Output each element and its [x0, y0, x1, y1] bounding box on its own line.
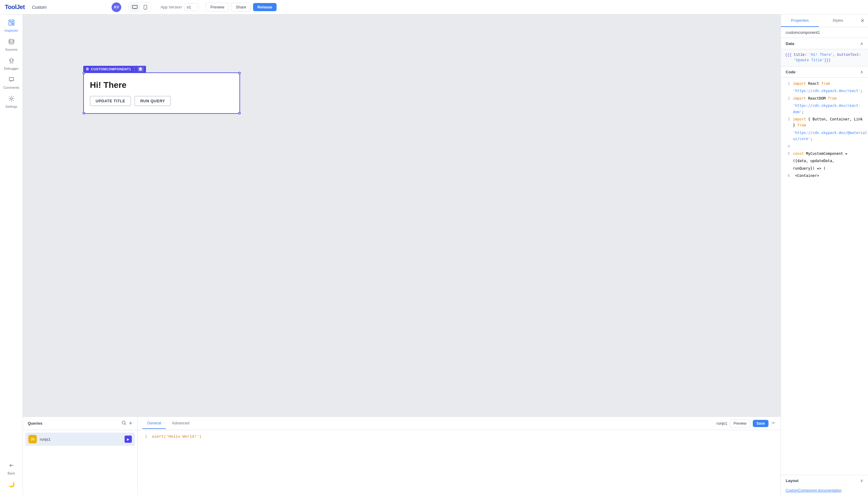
release-button[interactable]: Release: [253, 3, 276, 11]
code-content-5: const MyCustomComponent =: [793, 151, 848, 157]
resize-handle-bl[interactable]: [83, 112, 85, 114]
back-icon: [8, 462, 15, 470]
query-run-button[interactable]: ▶: [125, 436, 132, 443]
component-wrapper: ⚙ CUSTOMCOMPONENT1 🗑 Hi! There UPDATE TI…: [83, 66, 240, 114]
line-num-blank: [786, 88, 790, 94]
run-query-button[interactable]: RUN QUERY: [135, 96, 171, 106]
code-panel-line: 2 import ReactDOM from: [781, 95, 868, 102]
left-sidebar: Inspector Sources Debugger Comments Sett…: [0, 15, 23, 495]
line-num-6: 6: [786, 173, 790, 179]
code-content-str1: 'https://cdn.skypack.dev/react';: [793, 88, 863, 94]
code-content-1: import React from: [793, 81, 830, 87]
queries-add-icon[interactable]: +: [129, 420, 132, 427]
settings-label: Settings: [5, 105, 17, 108]
code-panel-line: 5 const MyCustomComponent =: [781, 150, 868, 157]
bottom-panel-body: JS runjs1 ▶ 1 alert('Hello World!'): [23, 430, 781, 495]
sidebar-item-sources[interactable]: Sources: [1, 36, 22, 54]
moon-icon: 🌙: [8, 481, 15, 488]
component-delete-icon[interactable]: 🗑: [138, 67, 144, 71]
back-label: Back: [7, 472, 15, 475]
bottom-panel: Queries + General Advanced runjs1 Previe…: [23, 416, 781, 495]
sidebar-item-comments[interactable]: Comments: [1, 74, 22, 92]
tab-styles[interactable]: Styles: [819, 15, 857, 27]
topbar-actions: Preview Share Release: [206, 3, 276, 12]
data-code-block[interactable]: {{{ title: 'Hi! There', buttonText: 'Upd…: [781, 49, 868, 66]
code-section-title: Code: [786, 70, 796, 74]
bottom-panel-toggle-button[interactable]: [771, 421, 776, 426]
code-string: alert('Hello World!'): [152, 434, 201, 439]
code-panel-line: 'https://cdn.skypack.dev/react-dom';: [781, 102, 868, 116]
data-value-line2: 'Update Title': [785, 58, 824, 63]
queries-title: Queries: [28, 421, 119, 426]
line-num-blank3: [786, 130, 790, 142]
share-button[interactable]: Share: [231, 3, 251, 12]
resize-handle-br[interactable]: [238, 112, 241, 114]
settings-icon: [8, 96, 15, 104]
app-name: Custom: [32, 5, 47, 10]
query-preview-button[interactable]: Preview: [730, 420, 750, 427]
layout-section-header[interactable]: Layout ∨: [781, 475, 868, 486]
code-panel-line: 4: [781, 143, 868, 150]
doc-link[interactable]: CustomComponent documentation: [781, 486, 868, 495]
svg-point-9: [9, 39, 14, 41]
layout-section-chevron: ∨: [860, 478, 863, 483]
tab-general[interactable]: General: [142, 418, 166, 429]
debugger-label: Debugger: [4, 67, 18, 70]
tab-advanced[interactable]: Advanced: [167, 418, 194, 429]
queries-header: Queries +: [23, 417, 138, 430]
code-content-6: <Container>: [793, 173, 819, 179]
update-title-button[interactable]: UPDATE TITLE: [90, 96, 131, 106]
component-buttons: UPDATE TITLE RUN QUERY: [90, 96, 233, 106]
logo-text: ToolJet: [5, 4, 25, 11]
svg-point-10: [11, 98, 12, 100]
query-save-button[interactable]: Save: [753, 420, 768, 427]
line-num-1: 1: [786, 81, 790, 87]
code-panel-line: 1 import React from: [781, 80, 868, 87]
code-editor[interactable]: 1 alert('Hello World!'): [138, 430, 781, 495]
queries-list: JS runjs1 ▶: [23, 430, 138, 495]
resize-handle-tl[interactable]: [83, 72, 85, 74]
sources-label: Sources: [5, 48, 17, 51]
code-section-header[interactable]: Code ∧: [781, 66, 868, 78]
theme-toggle-button[interactable]: 🌙: [1, 479, 22, 490]
right-panel-close-icon[interactable]: ✕: [857, 15, 868, 26]
resize-handle-tr[interactable]: [238, 72, 241, 74]
avatar[interactable]: KV: [111, 2, 121, 12]
canvas[interactable]: ⚙ CUSTOMCOMPONENT1 🗑 Hi! There UPDATE TI…: [23, 15, 781, 416]
inspector-icon: [8, 19, 15, 28]
sidebar-item-inspector[interactable]: Inspector: [1, 17, 22, 35]
data-section-header[interactable]: Data ∧: [781, 38, 868, 49]
device-toggle: [128, 2, 151, 12]
desktop-view-button[interactable]: [130, 4, 140, 11]
code-content-2: import ReactDOM from: [793, 96, 837, 101]
version-select[interactable]: v1: [184, 3, 198, 11]
line-num-2: 2: [786, 96, 790, 101]
code-panel-line: ({data, updateData,: [781, 157, 868, 165]
app-version-area: App Version v1: [160, 3, 198, 11]
code-line: 1 alert('Hello World!'): [142, 434, 776, 440]
sidebar-item-debugger[interactable]: Debugger: [1, 55, 22, 73]
data-value-line1: {{{ title: 'Hi! There', buttonText:: [785, 53, 861, 57]
debugger-icon: [8, 57, 15, 66]
data-section-title: Data: [786, 41, 794, 46]
component-box: Hi! There UPDATE TITLE RUN QUERY: [83, 72, 240, 114]
sidebar-item-settings[interactable]: Settings: [1, 93, 22, 111]
sidebar-item-back[interactable]: Back: [1, 460, 22, 478]
mobile-view-button[interactable]: [141, 4, 149, 11]
code-panel-line: 'https://cdn.skypack.dev/react';: [781, 87, 868, 95]
queries-search-icon[interactable]: [122, 421, 126, 426]
app-version-label: App Version: [160, 5, 181, 10]
component-settings-icon[interactable]: ⚙: [86, 67, 89, 71]
code-content-5b: ({data, updateData,: [793, 158, 834, 164]
list-item[interactable]: JS runjs1 ▶: [25, 432, 135, 446]
tab-properties[interactable]: Properties: [781, 15, 819, 27]
sources-icon: [8, 38, 15, 47]
divider: [134, 67, 135, 71]
line-num-blank4: [786, 158, 790, 164]
code-panel-line: 'https://cdn.skypack.dev/@material-ui/co…: [781, 129, 868, 143]
svg-rect-8: [12, 24, 14, 25]
code-text: alert('Hello World!'): [152, 434, 201, 440]
component-label-bar: ⚙ CUSTOMCOMPONENT1 🗑: [83, 66, 146, 72]
query-badge: JS: [28, 435, 37, 443]
preview-button[interactable]: Preview: [206, 3, 229, 12]
